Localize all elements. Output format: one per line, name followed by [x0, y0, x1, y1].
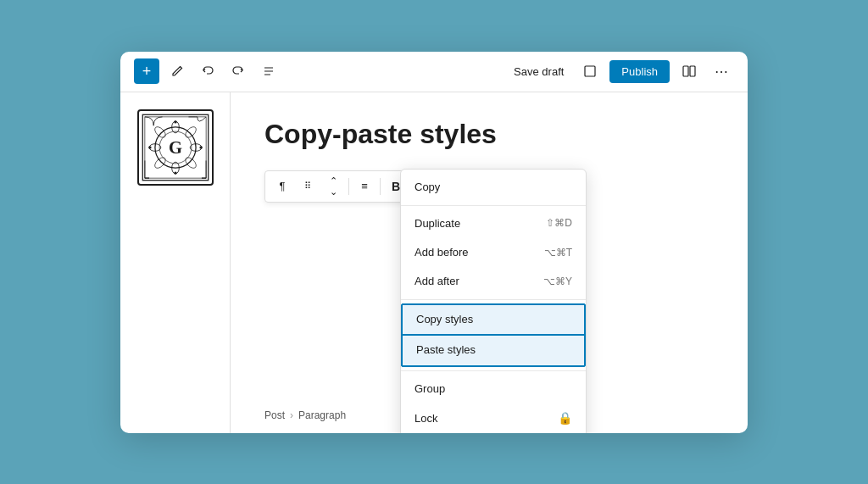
editor-window: + [120, 52, 748, 433]
context-menu-section-4: Group Lock 🔒 Create pattern ◇ Move to [401, 371, 586, 433]
add-after-label: Add after [415, 274, 459, 289]
context-menu-add-after[interactable]: Add after ⌥⌘Y [401, 267, 586, 296]
more-button[interactable]: ⋯ [709, 58, 734, 84]
undo-button[interactable] [195, 58, 220, 84]
copy-label: Copy [415, 180, 440, 195]
toolbar-separator-1 [348, 178, 349, 195]
copy-styles-label: Copy styles [416, 312, 473, 327]
settings-button[interactable] [676, 58, 702, 84]
more-dots-icon: ⋯ [715, 64, 729, 80]
svg-rect-4 [683, 66, 688, 76]
svg-rect-5 [690, 66, 695, 76]
site-logo-sidebar: G [120, 92, 231, 433]
context-menu-copy-styles[interactable]: Copy styles [402, 304, 585, 335]
settings-icon [682, 64, 696, 78]
context-menu-paste-styles[interactable]: Paste styles [402, 335, 585, 365]
preview-icon [583, 64, 597, 78]
context-menu-duplicate[interactable]: Duplicate ⇧⌘D [401, 209, 586, 238]
svg-point-21 [148, 146, 151, 148]
align-button[interactable]: ≡ [353, 175, 376, 198]
context-menu-lock[interactable]: Lock 🔒 [401, 403, 586, 433]
breadcrumb: Post › Paragraph [264, 409, 346, 421]
publish-button[interactable]: Publish [609, 60, 670, 83]
bold-icon: B [392, 180, 400, 193]
drag-handle-button[interactable]: ⠿ [296, 175, 320, 198]
svg-point-22 [199, 146, 202, 148]
redo-button[interactable] [225, 58, 251, 84]
move-up-button[interactable]: ⌃⌄ [321, 175, 345, 198]
editor-area: Copy-paste styles ¶ ⠿ ⌃⌄ ≡ B [231, 92, 748, 433]
breadcrumb-paragraph[interactable]: Paragraph [298, 409, 346, 421]
drag-icon: ⠿ [304, 181, 311, 192]
context-menu-section-2: Duplicate ⇧⌘D Add before ⌥⌘T Add after ⌥… [401, 206, 586, 301]
group-label: Group [415, 381, 445, 397]
context-menu: Copy Duplicate ⇧⌘D Add before ⌥⌘T Add af… [400, 169, 587, 433]
topbar-right: Save draft Publish ⋯ [507, 58, 734, 84]
save-draft-button[interactable]: Save draft [507, 62, 570, 81]
context-menu-add-before[interactable]: Add before ⌥⌘T [401, 238, 586, 267]
chevron-up-down-icon: ⌃⌄ [330, 175, 337, 197]
site-logo: G [137, 109, 214, 186]
paragraph-type-button[interactable]: ¶ [270, 175, 294, 198]
topbar-left: + [134, 58, 281, 84]
list-view-button[interactable] [256, 58, 281, 84]
add-before-shortcut: ⌥⌘T [544, 246, 572, 260]
paste-styles-label: Paste styles [416, 342, 476, 358]
add-after-shortcut: ⌥⌘Y [543, 275, 572, 289]
svg-rect-3 [585, 66, 595, 76]
context-menu-section-3: Copy styles Paste styles [401, 303, 586, 370]
context-menu-group[interactable]: Group [401, 375, 586, 403]
redo-icon [231, 64, 245, 78]
toolbar-separator-2 [380, 178, 381, 195]
align-icon: ≡ [361, 180, 368, 192]
logo-svg: G [139, 111, 212, 184]
insert-button[interactable]: + [134, 58, 159, 84]
undo-icon [201, 64, 214, 78]
breadcrumb-separator: › [290, 409, 293, 421]
add-before-label: Add before [415, 245, 469, 260]
paragraph-icon: ¶ [280, 180, 286, 192]
lock-label: Lock [415, 411, 437, 426]
svg-text:G: G [168, 137, 181, 156]
tools-button[interactable] [164, 58, 190, 84]
list-view-icon [262, 64, 275, 78]
content-area: G [120, 92, 748, 433]
pencil-icon [170, 64, 184, 78]
svg-point-19 [174, 120, 176, 123]
post-title: Copy-paste styles [264, 118, 714, 150]
lock-icon: 🔒 [558, 410, 572, 427]
topbar: + [120, 52, 748, 92]
context-menu-copy[interactable]: Copy [401, 173, 586, 202]
svg-point-20 [174, 171, 176, 174]
breadcrumb-post[interactable]: Post [264, 409, 285, 421]
duplicate-shortcut: ⇧⌘D [546, 216, 572, 231]
context-menu-section-1: Copy [401, 170, 586, 206]
duplicate-label: Duplicate [415, 216, 460, 231]
preview-button[interactable] [577, 58, 603, 84]
